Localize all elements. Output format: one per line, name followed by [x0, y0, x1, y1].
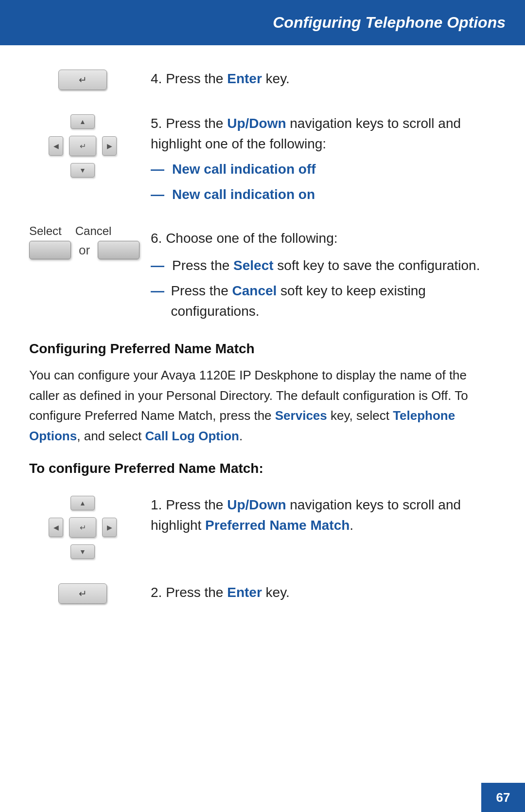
bullet-1: — New call indication off	[151, 159, 486, 180]
enter-key-image: ↵	[29, 65, 136, 90]
softkey-group: Select Cancel or	[29, 224, 136, 259]
section-step-2-text: 2. Press the Enter key.	[136, 578, 486, 603]
enter-key-icon: ↵	[58, 70, 107, 90]
sub-bullet-1-prefix: Press the	[172, 258, 233, 273]
step-6-text: 6. Choose one of the following: — Press …	[136, 224, 486, 322]
softkey-labels: Select Cancel	[29, 224, 126, 238]
section-step-1-text: 1. Press the Up/Down navigation keys to …	[136, 491, 486, 536]
section-enter-key-icon: ↵	[58, 583, 107, 604]
cancel-key-ref: Cancel	[232, 283, 277, 298]
section-updown-label: Up/Down	[227, 497, 286, 512]
section-step-1-end: .	[350, 518, 353, 533]
section-step-2-number: 2.	[151, 585, 162, 600]
nav-cluster-image: ▲ ◀ ↵ ▶ ▼	[29, 109, 136, 178]
section-preferred-name-match: Configuring Preferred Name Match You can…	[29, 341, 486, 476]
sub-bullet-1-suffix: soft key to save the configuration.	[274, 258, 480, 273]
section-nav-center-icon: ↵	[69, 517, 96, 538]
step-5-row: ▲ ◀ ↵ ▶ ▼ 5. Press the Up/Down navigatio…	[29, 109, 486, 205]
step-6-content: Choose one of the following:	[166, 231, 337, 246]
section-enter-key-image: ↵	[29, 578, 136, 604]
sub-bullet-1-text: Press the Select soft key to save the co…	[172, 255, 480, 276]
step-4-number: 4.	[151, 71, 162, 86]
section-nav-right-icon: ▶	[102, 518, 117, 537]
bullet-2-text: New call indication on	[172, 184, 315, 205]
section-nav-cluster-image: ▲ ◀ ↵ ▶ ▼	[29, 491, 136, 559]
softkey-select-label: Select	[29, 224, 62, 238]
bullet-1-text: New call indication off	[172, 159, 316, 180]
body-text-2: key, select	[327, 408, 393, 423]
page-number: 67	[496, 790, 510, 805]
main-content: ↵ 4. Press the Enter key. ▲ ◀ ↵ ▶ ▼ 5. P…	[0, 45, 525, 643]
softkey-buttons: or	[29, 241, 140, 259]
to-configure-heading: To configure Preferred Name Match:	[29, 461, 486, 476]
cancel-softkey-button[interactable]	[98, 241, 140, 259]
section-heading: Configuring Preferred Name Match	[29, 341, 486, 357]
body-text-3: , and select	[77, 429, 145, 443]
nav-left-icon: ◀	[49, 136, 63, 156]
section-enter-key-label: Enter	[227, 585, 262, 600]
services-link: Services	[275, 408, 327, 423]
call-log-link: Call Log Option	[145, 429, 239, 443]
bullet-2-dash: —	[151, 184, 164, 205]
step-4-suffix: key.	[262, 71, 290, 86]
section-body: You can configure your Avaya 1120E IP De…	[29, 365, 486, 446]
step-5-text: 5. Press the Up/Down navigation keys to …	[136, 109, 486, 205]
step-6-sub-bullet-2: — Press the Cancel soft key to keep exis…	[151, 281, 486, 322]
step-4-row: ↵ 4. Press the Enter key.	[29, 65, 486, 90]
step-4-text: 4. Press the Enter key.	[136, 65, 486, 89]
sub-bullet-2-text: Press the Cancel soft key to keep existi…	[171, 281, 486, 322]
sub-bullet-2-prefix: Press the	[171, 283, 232, 298]
step-6-sub-bullet-1: — Press the Select soft key to save the …	[151, 255, 486, 276]
nav-down-icon: ▼	[70, 163, 95, 178]
section-step-1-number: 1.	[151, 497, 162, 512]
section-step-2-suffix: key.	[262, 585, 290, 600]
nav-up-icon: ▲	[70, 114, 95, 129]
section-nav-down-icon: ▼	[70, 544, 95, 559]
step-5-prefix: Press the	[166, 116, 227, 131]
nav-right-icon: ▶	[102, 136, 117, 156]
nav-center-icon: ↵	[69, 136, 96, 156]
section-step-2-row: ↵ 2. Press the Enter key.	[29, 578, 486, 604]
section-nav-left-icon: ◀	[49, 518, 63, 537]
header-bar: Configuring Telephone Options	[0, 0, 525, 45]
softkey-cancel-label: Cancel	[75, 224, 112, 238]
select-key-ref: Select	[233, 258, 274, 273]
enter-key-label: Enter	[227, 71, 262, 86]
section-step-1-prefix: Press the	[166, 497, 227, 512]
preferred-name-link: Preferred Name Match	[205, 518, 350, 533]
section-step-1-row: ▲ ◀ ↵ ▶ ▼ 1. Press the Up/Down navigatio…	[29, 491, 486, 559]
step-6-number: 6.	[151, 231, 162, 246]
select-softkey-button[interactable]	[29, 241, 71, 259]
softkey-or-text: or	[79, 243, 90, 258]
section-nav-cluster-icon: ▲ ◀ ↵ ▶ ▼	[49, 496, 117, 559]
nav-cluster-icon: ▲ ◀ ↵ ▶ ▼	[49, 114, 117, 178]
step-5-number: 5.	[151, 116, 162, 131]
bullet-2: — New call indication on	[151, 184, 486, 205]
updown-key-label: Up/Down	[227, 116, 286, 131]
bullet-1-dash: —	[151, 159, 164, 180]
sub-bullet-1-dash: —	[151, 255, 164, 276]
section-nav-up-icon: ▲	[70, 496, 95, 510]
page-footer: 67	[481, 783, 525, 812]
section-step-2-prefix: Press the	[166, 585, 227, 600]
body-text-4: .	[239, 429, 243, 443]
page-title: Configuring Telephone Options	[107, 14, 506, 32]
step-4-prefix: Press the	[166, 71, 227, 86]
sub-bullet-2-dash: —	[151, 281, 163, 301]
step-6-row: Select Cancel or 6. Choose one of the fo…	[29, 224, 486, 322]
